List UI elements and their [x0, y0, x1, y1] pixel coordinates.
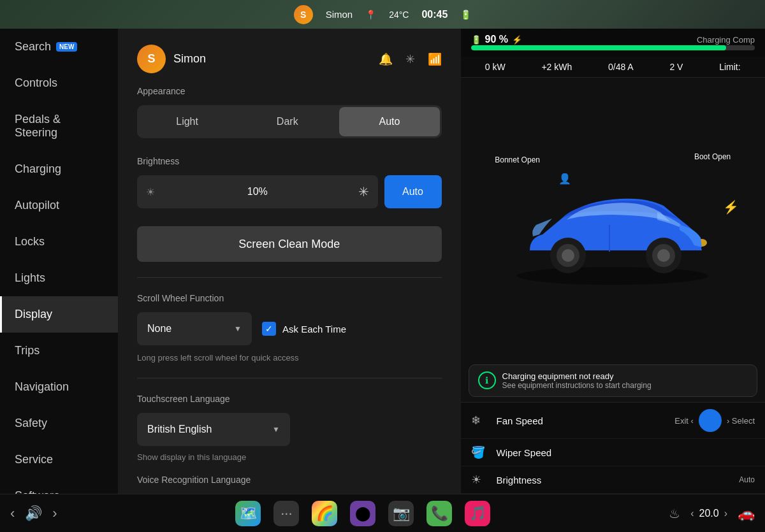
taskbar-car-icon[interactable]: 🚗	[738, 505, 755, 522]
bluetooth-icon[interactable]: ✳	[405, 52, 415, 66]
brightness-value: 10%	[247, 186, 268, 198]
nav-select-dot[interactable]	[699, 409, 722, 432]
appearance-auto-btn[interactable]: Auto	[339, 107, 439, 136]
appearance-dark-label: Dark	[277, 116, 298, 127]
appearance-light-btn[interactable]: Light	[137, 105, 237, 138]
svg-point-3	[562, 249, 574, 262]
sidebar-item-navigation[interactable]: Navigation	[0, 369, 118, 405]
charging-bar-fill	[471, 45, 727, 50]
stat-limit-value: Limit:	[719, 62, 740, 72]
brightness-high-icon: ✳	[358, 184, 369, 199]
rainbow-app-icon[interactable]: 🌈	[312, 501, 337, 526]
stat-kw-value: 0 kW	[485, 62, 506, 72]
brightness-auto-button[interactable]: Auto	[384, 175, 442, 208]
exit-label[interactable]: Exit ‹	[674, 416, 694, 426]
taskbar-volume-icon[interactable]: 🔊	[25, 505, 42, 522]
charging-side-icon: ⚡	[723, 199, 739, 215]
sidebar-item-trips[interactable]: Trips	[0, 333, 118, 369]
language-label: Touchscreen Language	[137, 394, 442, 404]
appearance-light-label: Light	[176, 116, 198, 127]
bonnet-label: Bonnet Open	[495, 155, 540, 166]
taskbar-forward-btn[interactable]: ›	[52, 505, 57, 522]
sidebar-item-lights[interactable]: Lights	[0, 260, 118, 296]
scroll-wheel-row: None ▼ ✓ Ask Each Time	[137, 312, 442, 345]
center-panel: S Simon 🔔 ✳ 📶 Appearance Light Dark Auto	[118, 29, 461, 494]
brightness-slider[interactable]: ☀ 10% ✳	[137, 175, 378, 208]
notification-icon[interactable]: 🔔	[379, 52, 393, 66]
user-info: S Simon	[137, 45, 206, 73]
scroll-wheel-hint: Long press left scroll wheel for quick a…	[137, 353, 442, 363]
top-avatar: S	[294, 5, 313, 24]
scroll-function-dropdown[interactable]: None ▼	[137, 312, 252, 345]
taskbar-right: ♨ ‹ 20.0 › 🚗	[669, 505, 755, 522]
svg-point-6	[657, 249, 670, 262]
top-time: 00:45	[421, 9, 448, 20]
sidebar-item-autopilot[interactable]: Autopilot	[0, 187, 118, 224]
sidebar-item-software-label: Software	[15, 489, 60, 494]
sidebar-item-locks[interactable]: Locks	[0, 224, 118, 260]
sidebar-item-safety-label: Safety	[15, 417, 47, 429]
sidebar-item-controls[interactable]: Controls	[0, 65, 118, 101]
brightness-low-icon: ☀	[146, 186, 155, 198]
bottom-controls: ❄ Fan Speed Exit ‹ › Select 🪣 Wiper Spee…	[461, 402, 766, 494]
sidebar-item-service[interactable]: Service	[0, 442, 118, 478]
brightness-auto-note: Auto	[739, 475, 755, 484]
brightness-label: Brightness	[137, 156, 442, 166]
sidebar-item-display[interactable]: Display	[0, 296, 118, 333]
appearance-toggle: Light Dark Auto	[137, 105, 442, 138]
maps-app-icon[interactable]: 🗺️	[235, 501, 261, 526]
sidebar-item-pedals[interactable]: Pedals & Steering	[0, 101, 118, 151]
language-dropdown[interactable]: British English ▼	[137, 413, 290, 446]
sidebar-item-charging[interactable]: Charging	[0, 151, 118, 187]
screen-clean-mode-button[interactable]: Screen Clean Mode	[137, 226, 442, 262]
notification-text-block: Charging equipment not ready See equipme…	[502, 371, 652, 390]
camera-app-icon[interactable]: 📷	[388, 501, 414, 526]
person-icon: 👤	[558, 173, 571, 185]
wifi-icon[interactable]: 📶	[428, 52, 442, 66]
notification-subtext: See equipment instructions to start char…	[502, 381, 652, 390]
sidebar-item-controls-label: Controls	[15, 76, 57, 89]
sidebar-item-pedals-label: Pedals & Steering	[15, 113, 61, 139]
phone-app-icon[interactable]: 📞	[426, 501, 452, 526]
sidebar-item-search[interactable]: Search NEW	[0, 29, 118, 65]
ask-each-time-label: Ask Each Time	[282, 324, 346, 334]
taskbar: ‹ 🔊 › 🗺️ ··· 🌈 ⬤ 📷 📞 🎵 ♨ ‹ 20.0 › 🚗	[0, 494, 765, 532]
taskbar-left: ‹ 🔊 ›	[10, 505, 57, 522]
fan-icon: ❄	[471, 413, 490, 428]
charging-stats: 0 kW +2 kWh 0/48 A 2 V Limit:	[461, 57, 766, 78]
fan-speed-controls: Exit ‹ › Select	[674, 409, 755, 432]
ask-each-time-row[interactable]: ✓ Ask Each Time	[262, 322, 346, 336]
brightness-control-label: Brightness	[497, 475, 740, 485]
taskbar-back-btn[interactable]: ‹	[10, 505, 15, 522]
taskbar-temp-decrease-btn[interactable]: ‹	[690, 508, 694, 519]
dots-app-icon[interactable]: ···	[273, 501, 299, 526]
right-panel: 🔋 90 % ⚡ Charging Comp 0 kW +2 kWh 0/48 …	[461, 29, 766, 494]
select-label[interactable]: › Select	[727, 416, 755, 426]
taskbar-temperature: 20.0	[699, 508, 719, 519]
music-app-icon[interactable]: 🎵	[465, 501, 490, 526]
stat-limit: Limit:	[719, 62, 740, 72]
taskbar-temp-increase-btn[interactable]: ›	[724, 508, 727, 519]
charging-header: 🔋 90 % ⚡ Charging Comp	[461, 29, 766, 57]
sidebar-item-software[interactable]: Software	[0, 478, 118, 494]
sidebar-item-trips-label: Trips	[15, 344, 40, 357]
stat-volts: 2 V	[669, 62, 683, 72]
sidebar-item-safety[interactable]: Safety	[0, 405, 118, 442]
notification-info-icon: ℹ	[478, 371, 496, 389]
divider-1	[137, 277, 442, 278]
scroll-dropdown-value: None	[147, 323, 171, 334]
appearance-dark-btn[interactable]: Dark	[237, 105, 337, 138]
top-username: Simon	[326, 9, 353, 20]
main-content: Search NEW Controls Pedals & Steering Ch…	[0, 29, 765, 494]
taskbar-heat-icon: ♨	[669, 506, 680, 521]
purple-app-icon[interactable]: ⬤	[350, 501, 375, 526]
sidebar-item-charging-label: Charging	[15, 162, 61, 175]
voice-language-label: Voice Recognition Language	[137, 475, 442, 485]
car-image: Bonnet Open Boot Open ⚡ 👤	[492, 148, 734, 289]
top-location-icon: 📍	[365, 10, 376, 20]
stat-kw: 0 kW	[485, 62, 506, 72]
sidebar-item-display-label: Display	[15, 308, 52, 320]
ask-each-time-checkbox[interactable]: ✓	[262, 322, 276, 336]
divider-2	[137, 378, 442, 378]
sidebar-item-locks-label: Locks	[15, 235, 45, 248]
